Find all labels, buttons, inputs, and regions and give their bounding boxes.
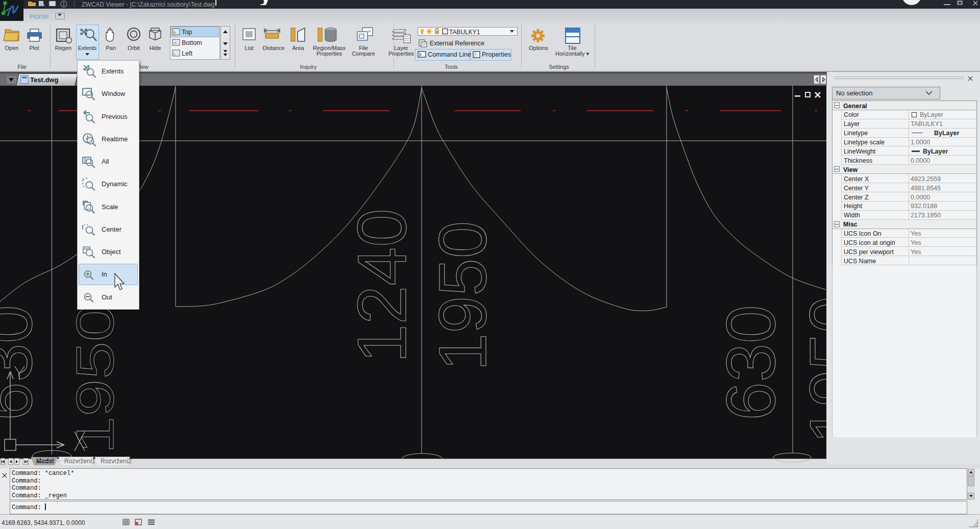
svg-text:630: 630 [712,305,790,421]
svg-text:1950: 1950 [66,304,125,454]
svg-text:1950: 1950 [425,221,500,371]
svg-text:1950: 1950 [796,296,826,443]
svg-text:1240: 1240 [343,209,421,363]
svg-text:630: 630 [0,305,46,421]
